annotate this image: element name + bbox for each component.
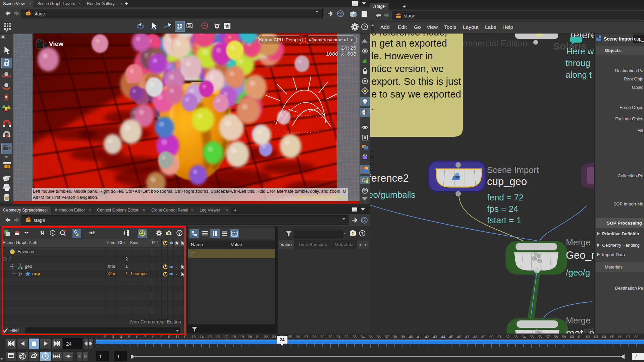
svg-text:e to say we exported: e to say we exported	[371, 89, 461, 100]
svg-text:ntice version, we: ntice version, we	[371, 63, 444, 74]
svg-text:nfs: nfs	[177, 28, 180, 30]
svg-text:cup_geo: cup_geo	[487, 176, 527, 187]
svg-text:7: 7	[635, 354, 637, 359]
svg-text:mmercial Edition: mmercial Edition	[463, 38, 527, 48]
svg-text:.: .	[371, 102, 374, 112]
svg-text:?: ?	[352, 232, 354, 236]
svg-text:Scene Import: Scene Import	[487, 165, 539, 175]
svg-text:fps = 24: fps = 24	[487, 204, 518, 214]
svg-text:Here w: Here w	[566, 46, 594, 56]
svg-text:/geo/g: /geo/g	[566, 267, 590, 278]
svg-text:TRS: TRS	[232, 233, 237, 236]
svg-text:o reference node,: o reference node,	[371, 34, 447, 38]
svg-text:n get an exported: n get an exported	[371, 38, 447, 49]
svg-text:along t: along t	[566, 70, 592, 80]
svg-text:export. So this is just: export. So this is just	[371, 76, 461, 87]
svg-text:Geo_n: Geo_n	[566, 249, 597, 261]
svg-text:eo/gumballs: eo/gumballs	[370, 190, 415, 200]
svg-text:le. However in: le. However in	[371, 51, 433, 61]
svg-text:Merge: Merge	[566, 237, 591, 247]
svg-text:fstart = 1: fstart = 1	[487, 215, 521, 225]
svg-text:fend = 72: fend = 72	[487, 192, 524, 202]
svg-text:ference2: ference2	[370, 172, 409, 184]
svg-text:throug: throug	[566, 58, 590, 68]
svg-text:?: ?	[364, 24, 366, 29]
svg-text:Merge: Merge	[566, 315, 591, 325]
svg-text:?: ?	[361, 231, 364, 236]
